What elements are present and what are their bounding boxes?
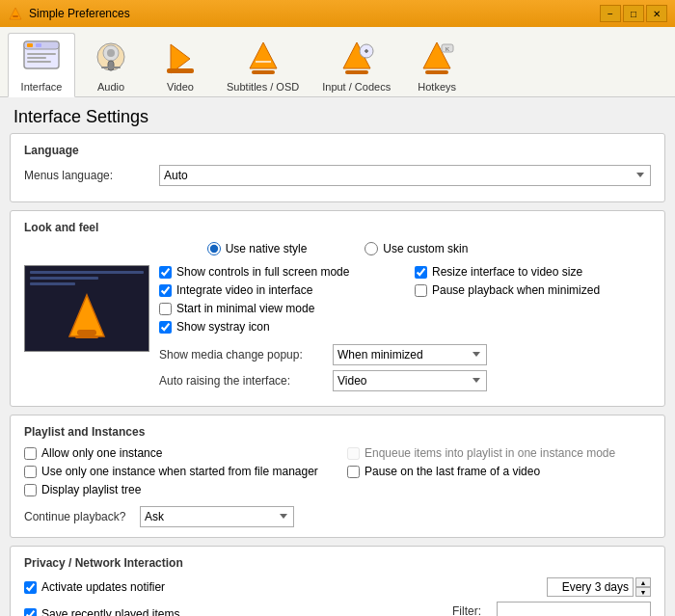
integrate-label: Integrate video in interface: [176, 283, 312, 297]
input-icon: [338, 40, 376, 78]
tab-video-label: Video: [167, 81, 194, 93]
spinner-down-button[interactable]: ▼: [635, 587, 651, 597]
filter-label: Filter:: [452, 604, 491, 616]
playlist-tree-label: Display playlist tree: [41, 483, 141, 496]
style-radio-row: Use native style Use custom skin: [24, 242, 651, 255]
close-button[interactable]: ✕: [646, 5, 667, 22]
native-style-radio[interactable]: [207, 242, 221, 255]
preview-line-2: [30, 277, 98, 280]
integrate-checkbox[interactable]: [159, 284, 172, 297]
last-frame-checkbox[interactable]: [347, 466, 360, 478]
pause-min-checkbox[interactable]: [415, 284, 427, 297]
systray-checkbox[interactable]: [159, 321, 172, 334]
tab-interface-label: Interface: [21, 81, 63, 93]
playlist-grid: Allow only one instance Use only one ins…: [24, 446, 651, 501]
one-instance-checkbox[interactable]: [24, 447, 37, 460]
checkbox-col-right: Resize interface to video size Pause pla…: [415, 265, 651, 338]
recently-played-text: Save recently played items: [41, 607, 179, 616]
resize-checkbox[interactable]: [415, 266, 427, 279]
tabbar: Interface Audio Video Subtitles / OSD: [0, 27, 675, 97]
menus-language-select[interactable]: Auto English French German: [159, 165, 651, 186]
titlebar: Simple Preferences − □ ✕: [0, 0, 675, 27]
playlist-col-left: Allow only one instance Use only one ins…: [24, 446, 328, 501]
updates-spinner: ▲ ▼: [547, 577, 651, 597]
tab-hotkeys[interactable]: K Hotkeys: [403, 33, 471, 96]
svg-marker-16: [250, 42, 277, 68]
auto-raising-row: Auto raising the interface: Video Always…: [159, 370, 651, 391]
filter-input[interactable]: [497, 602, 651, 616]
custom-skin-radio[interactable]: [364, 242, 378, 255]
pause-min-label: Pause playback when minimized: [432, 283, 600, 297]
svg-point-11: [107, 49, 115, 57]
tab-audio-label: Audio: [97, 81, 124, 93]
tab-input-label: Input / Codecs: [322, 81, 391, 93]
native-style-option[interactable]: Use native style: [207, 242, 308, 255]
checkbox-pause-min[interactable]: Pause playback when minimized: [415, 283, 651, 297]
spinner-buttons: ▲ ▼: [635, 577, 651, 597]
checkbox-minimal[interactable]: Start in minimal view mode: [159, 302, 395, 315]
media-popup-row: Show media change popup: When minimized …: [159, 344, 651, 365]
subtitles-icon: [244, 40, 283, 78]
menus-language-label: Menus language:: [24, 169, 159, 182]
custom-skin-label: Use custom skin: [383, 242, 468, 255]
file-manager-checkbox[interactable]: [24, 466, 37, 478]
checkbox-fullscreen[interactable]: Show controls in full screen mode: [159, 265, 395, 279]
checkbox-file-manager[interactable]: Use only one instance when started from …: [24, 465, 328, 478]
auto-raising-select[interactable]: Video Always Never: [333, 370, 487, 391]
updates-value-input[interactable]: [547, 577, 634, 597]
recently-played-label[interactable]: Save recently played items: [24, 607, 443, 616]
app-icon: [8, 6, 23, 21]
spinner-up-button[interactable]: ▲: [635, 577, 651, 587]
checkbox-last-frame[interactable]: Pause on the last frame of a video: [347, 465, 651, 478]
custom-skin-option[interactable]: Use custom skin: [364, 242, 468, 255]
checkbox-systray[interactable]: Show systray icon: [159, 320, 395, 334]
continue-row: Continue playback? Ask Always Never: [24, 506, 651, 527]
maximize-button[interactable]: □: [623, 5, 644, 22]
main-content: Interface Settings Language Menus langua…: [0, 97, 675, 616]
updates-checkbox-label[interactable]: Activate updates notifier: [24, 580, 537, 594]
checkbox-grid: Show controls in full screen mode Integr…: [159, 265, 651, 338]
audio-icon: [92, 40, 130, 78]
minimize-button[interactable]: −: [600, 5, 621, 22]
tab-input[interactable]: Input / Codecs: [311, 33, 401, 96]
checkbox-resize[interactable]: Resize interface to video size: [415, 265, 651, 279]
svg-rect-7: [27, 57, 46, 59]
checkbox-playlist-tree[interactable]: Display playlist tree: [24, 483, 328, 496]
checkbox-one-instance[interactable]: Allow only one instance: [24, 446, 328, 460]
checkbox-integrate[interactable]: Integrate video in interface: [159, 283, 395, 297]
checkbox-enqueue[interactable]: Enqueue items into playlist in one insta…: [347, 446, 651, 460]
menus-language-row: Menus language: Auto English French Germ…: [24, 165, 651, 186]
preview-line-1: [30, 271, 144, 274]
media-popup-select[interactable]: When minimized Always Never: [333, 344, 487, 365]
fullscreen-label: Show controls in full screen mode: [176, 265, 349, 279]
updates-checkbox[interactable]: [24, 581, 37, 594]
tab-interface[interactable]: Interface: [8, 33, 75, 97]
interface-icon: [22, 40, 61, 78]
filter-row: Filter:: [452, 602, 651, 616]
svg-rect-15: [167, 68, 194, 73]
playlist-section: Playlist and Instances Allow only one in…: [10, 415, 665, 538]
titlebar-left: Simple Preferences: [8, 6, 130, 21]
tab-video[interactable]: Video: [147, 33, 214, 96]
one-instance-label: Allow only one instance: [41, 446, 162, 460]
fullscreen-checkbox[interactable]: [159, 266, 172, 279]
titlebar-controls: − □ ✕: [600, 5, 667, 22]
svg-rect-5: [36, 43, 41, 47]
tab-subtitles[interactable]: Subtitles / OSD: [216, 33, 310, 96]
svg-rect-29: [77, 330, 96, 335]
recently-played-checkbox[interactable]: [24, 608, 37, 617]
preview-lines: [25, 266, 148, 290]
enqueue-label: Enqueue items into playlist in one insta…: [364, 446, 615, 460]
video-icon: [161, 40, 200, 78]
preview-area: Show controls in full screen mode Integr…: [24, 265, 651, 396]
svg-rect-25: [425, 70, 448, 74]
tab-audio[interactable]: Audio: [77, 33, 145, 96]
playlist-tree-checkbox[interactable]: [24, 484, 37, 496]
minimal-checkbox[interactable]: [159, 303, 172, 315]
preview-line-3: [30, 282, 75, 285]
enqueue-checkbox[interactable]: [347, 447, 360, 460]
vlc-cone-preview: [68, 293, 106, 341]
continue-select[interactable]: Ask Always Never: [140, 506, 294, 527]
language-section-title: Language: [24, 144, 651, 157]
page-title: Interface Settings: [0, 97, 675, 133]
